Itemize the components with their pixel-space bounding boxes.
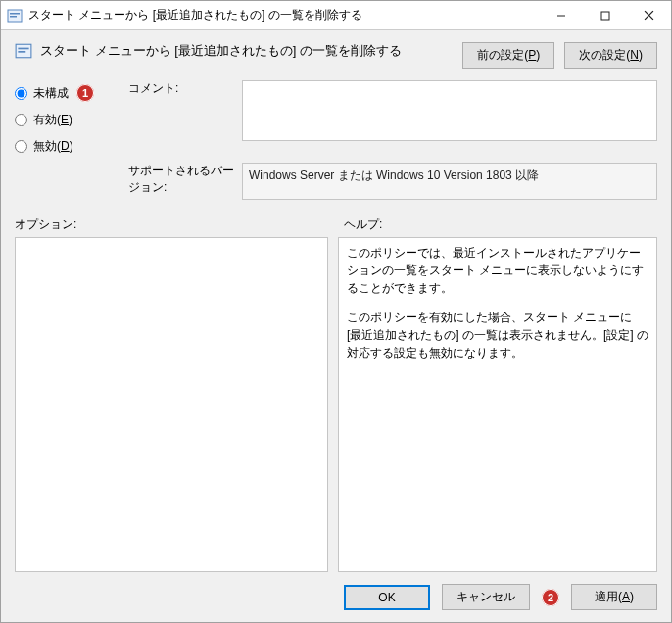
svg-rect-9 xyxy=(18,51,25,53)
radio-not-configured-label: 未構成 xyxy=(33,85,69,102)
radio-disabled-label: 無効(D) xyxy=(33,138,73,155)
callout-badge: 1 xyxy=(76,84,94,102)
policy-icon xyxy=(15,42,32,60)
options-label: オプション: xyxy=(15,216,334,233)
previous-setting-button[interactable]: 前の設定(P) xyxy=(462,42,554,69)
state-radios: 未構成1 有効(E) 無効(D) xyxy=(15,80,122,155)
next-setting-button[interactable]: 次の設定(N) xyxy=(564,42,657,69)
close-button[interactable] xyxy=(627,1,671,29)
help-panel: このポリシーでは、最近インストールされたアプリケーションの一覧をスタート メニュ… xyxy=(338,237,657,572)
radio-enabled-label: 有効(E) xyxy=(33,112,72,128)
supported-label: サポートされるバージョン: xyxy=(128,163,236,203)
panels: このポリシーでは、最近インストールされたアプリケーションの一覧をスタート メニュ… xyxy=(1,237,671,572)
cancel-button[interactable]: キャンセル xyxy=(442,584,530,610)
radio-disabled[interactable]: 無効(D) xyxy=(15,138,122,155)
radio-not-configured-input[interactable] xyxy=(15,87,27,100)
radio-not-configured[interactable]: 未構成1 xyxy=(15,84,122,102)
svg-rect-4 xyxy=(601,12,609,20)
minimize-button[interactable] xyxy=(539,1,583,29)
maximize-button[interactable] xyxy=(583,1,627,29)
section-labels: オプション: ヘルプ: xyxy=(1,203,671,237)
comment-label: コメント: xyxy=(128,80,236,155)
titlebar: スタート メニューから [最近追加されたもの] の一覧を削除する xyxy=(1,1,671,30)
help-paragraph: このポリシーでは、最近インストールされたアプリケーションの一覧をスタート メニュ… xyxy=(347,244,648,297)
ok-button[interactable]: OK xyxy=(344,585,430,610)
comment-field[interactable] xyxy=(242,80,657,141)
policy-dialog: スタート メニューから [最近追加されたもの] の一覧を削除する スタート メニ… xyxy=(0,0,672,623)
main-grid: 未構成1 有効(E) 無効(D) コメント: サポートされるバージョン: Win… xyxy=(1,72,671,203)
policy-icon xyxy=(7,8,23,24)
header-row: スタート メニューから [最近追加されたもの] の一覧を削除する 前の設定(P)… xyxy=(1,30,671,72)
footer: OK キャンセル 2 適用(A) xyxy=(1,572,671,622)
help-paragraph: このポリシーを有効にした場合、スタート メニューに [最近追加されたもの] の一… xyxy=(347,309,648,361)
svg-rect-1 xyxy=(10,13,20,15)
window-title: スタート メニューから [最近追加されたもの] の一覧を削除する xyxy=(28,7,539,24)
svg-rect-8 xyxy=(18,48,28,50)
help-label: ヘルプ: xyxy=(334,216,657,233)
policy-heading: スタート メニューから [最近追加されたもの] の一覧を削除する xyxy=(40,42,462,60)
apply-button[interactable]: 適用(A) xyxy=(571,584,657,610)
radio-enabled[interactable]: 有効(E) xyxy=(15,112,122,128)
radio-disabled-input[interactable] xyxy=(15,140,27,153)
callout-badge: 2 xyxy=(542,589,559,606)
window-controls xyxy=(539,1,671,29)
supported-field: Windows Server または Windows 10 Version 18… xyxy=(242,163,657,200)
svg-rect-2 xyxy=(10,16,17,18)
options-panel xyxy=(15,237,328,572)
radio-enabled-input[interactable] xyxy=(15,114,27,126)
